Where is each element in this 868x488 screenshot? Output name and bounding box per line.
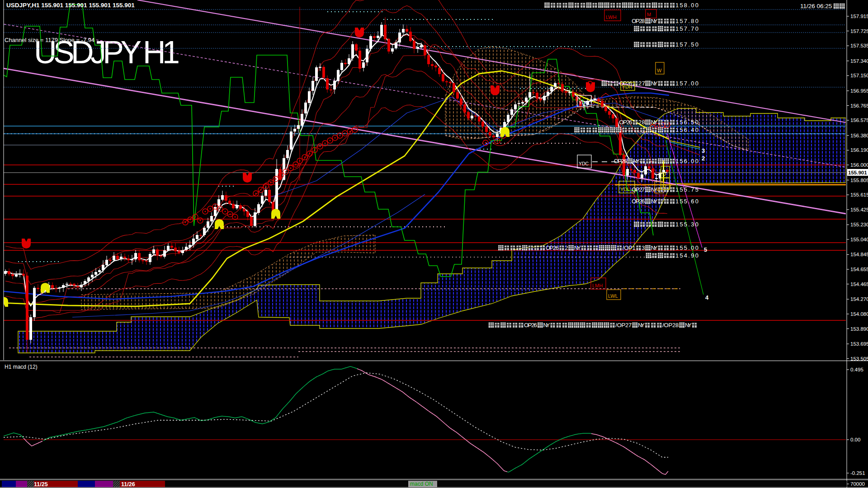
svg-text:OP27: OP27 <box>632 186 645 193</box>
svg-text:156.575: 156.575 <box>850 117 868 123</box>
svg-text:0.495: 0.495 <box>850 367 863 372</box>
svg-text:2: 2 <box>565 244 568 251</box>
svg-text:USDJPY,H1 155.901 155.901 155: USDJPY,H1 155.901 155.901 155.901 155.90… <box>6 2 135 9</box>
svg-text:3: 3 <box>702 147 705 154</box>
svg-text:5: 5 <box>704 246 707 253</box>
svg-text:155.230: 155.230 <box>850 222 868 227</box>
svg-text:NY: NY <box>543 322 550 328</box>
svg-text:-0.251: -0.251 <box>850 470 865 476</box>
svg-text:OP26: OP26 <box>632 198 645 205</box>
svg-text:/OP1: /OP1 <box>623 244 636 251</box>
svg-text:NY: NY <box>685 322 692 328</box>
svg-text:YDO: YDO <box>579 100 589 105</box>
svg-text:155.901: 155.901 <box>848 170 867 175</box>
svg-text:11/25: 11/25 <box>34 481 48 488</box>
svg-text:2: 2 <box>702 155 705 162</box>
svg-text:4: 4 <box>705 294 709 301</box>
svg-text:OP26: OP26 <box>546 244 559 251</box>
svg-text:156.765: 156.765 <box>850 103 868 108</box>
svg-text:D: D <box>662 183 666 188</box>
svg-text:OP26: OP26 <box>614 158 627 164</box>
svg-text:YDC: YDC <box>579 161 589 166</box>
svg-text:NY: NY <box>651 80 658 87</box>
svg-text:macd ON: macd ON <box>410 481 433 487</box>
svg-text:YDL: YDL <box>620 187 630 192</box>
svg-text:W: W <box>656 187 661 192</box>
svg-text:155.040: 155.040 <box>850 237 868 242</box>
svg-text:YDH: YDH <box>622 84 632 89</box>
svg-text:27: 27 <box>638 80 645 87</box>
svg-text:NY: NY <box>574 244 581 251</box>
svg-text:154.080: 154.080 <box>850 311 868 317</box>
svg-text:154.655: 154.655 <box>850 267 868 272</box>
svg-text:NY: NY <box>651 18 658 24</box>
svg-text:155.615: 155.615 <box>850 192 868 197</box>
svg-text:0.00: 0.00 <box>850 437 860 442</box>
svg-text:/OP27: /OP27 <box>615 322 632 328</box>
svg-text:156.955: 156.955 <box>850 88 868 94</box>
svg-text:157.535: 157.535 <box>850 43 868 48</box>
svg-text:11/26: 11/26 <box>121 481 135 488</box>
svg-text:157.725: 157.725 <box>850 28 868 34</box>
svg-text:70000: 70000 <box>850 481 865 487</box>
svg-text:157.915: 157.915 <box>850 14 868 19</box>
svg-text:LWH: LWH <box>606 14 617 20</box>
svg-text:156.190: 156.190 <box>850 147 868 153</box>
svg-text:154.845: 154.845 <box>850 252 868 257</box>
svg-text:156.000: 156.000 <box>850 162 868 168</box>
svg-text:M: M <box>647 12 651 17</box>
svg-text:153.890: 153.890 <box>850 326 868 332</box>
svg-text:155.425: 155.425 <box>850 207 868 212</box>
svg-text:LWL: LWL <box>608 293 618 299</box>
svg-text:D: D <box>662 171 666 177</box>
svg-text:3: 3 <box>642 244 645 251</box>
svg-text:153.505: 153.505 <box>850 356 868 361</box>
svg-text:157.340: 157.340 <box>850 58 868 64</box>
svg-text:NY: NY <box>651 244 658 251</box>
svg-text:154.465: 154.465 <box>850 282 868 287</box>
svg-text:OP26: OP26 <box>619 119 632 126</box>
svg-text:28: 28 <box>638 119 645 126</box>
svg-text:LMH: LMH <box>592 283 603 288</box>
svg-text:157.150: 157.150 <box>850 73 868 78</box>
svg-text:H1 macd (12): H1 macd (12) <box>5 364 38 370</box>
svg-text:153.695: 153.695 <box>850 341 868 347</box>
svg-text:11/26 06:25: 11/26 06:25 <box>800 3 832 9</box>
svg-text:W: W <box>657 68 662 73</box>
svg-text:NY: NY <box>638 322 645 328</box>
svg-text:/OP28: /OP28 <box>662 322 679 328</box>
svg-text:Channel size = 1179 Slope = -7: Channel size = 1179 Slope = -7.94 <box>5 37 94 43</box>
svg-text:155.805: 155.805 <box>850 178 868 183</box>
svg-text:NY: NY <box>651 119 658 126</box>
svg-text:OP28: OP28 <box>632 18 645 24</box>
svg-text:NY: NY <box>651 198 658 205</box>
svg-text:156.380: 156.380 <box>850 133 868 138</box>
svg-text:OP26: OP26 <box>524 322 537 328</box>
svg-text:NY: NY <box>633 158 640 164</box>
svg-text:154.270: 154.270 <box>850 296 868 302</box>
